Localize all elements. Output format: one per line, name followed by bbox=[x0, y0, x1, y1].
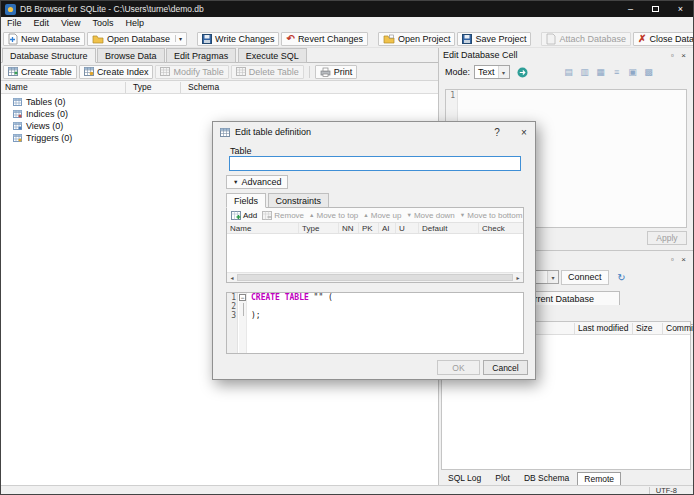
tab-fields[interactable]: Fields bbox=[226, 193, 266, 208]
edit-cell-icon-cluster: ▤ ▥ ▦ ≡ ▣ ▩ bbox=[562, 66, 656, 79]
close-dock-icon[interactable]: × bbox=[678, 255, 689, 264]
print-icon[interactable]: ▦ bbox=[594, 66, 608, 79]
tab-database-structure[interactable]: Database Structure bbox=[2, 48, 96, 63]
maximize-button[interactable] bbox=[643, 1, 668, 17]
import-icon[interactable] bbox=[517, 67, 528, 78]
column-last-modified[interactable]: Last modified bbox=[578, 322, 632, 335]
open-database-button[interactable]: Open Database ▾ bbox=[87, 32, 187, 46]
tab-sql-log[interactable]: SQL Log bbox=[442, 472, 487, 486]
attach-database-icon bbox=[546, 33, 556, 45]
apply-button[interactable]: Apply bbox=[647, 231, 687, 245]
edit-cell-dock-title: Edit Database Cell bbox=[443, 50, 667, 60]
menubar: File Edit View Tools Help bbox=[1, 17, 693, 30]
create-table-button[interactable]: Create Table bbox=[3, 65, 77, 79]
menu-tools[interactable]: Tools bbox=[86, 17, 119, 30]
fields-table-body[interactable] bbox=[227, 234, 523, 272]
scrollbar-thumb[interactable] bbox=[237, 274, 513, 281]
word-wrap-icon[interactable]: ▣ bbox=[626, 66, 640, 79]
scroll-right-icon[interactable]: ▸ bbox=[513, 273, 523, 282]
dialog-close-button[interactable]: × bbox=[513, 122, 535, 142]
views-icon bbox=[13, 122, 22, 130]
minimize-button[interactable]: – bbox=[618, 1, 643, 17]
column-name[interactable]: Name bbox=[227, 223, 299, 233]
menu-edit[interactable]: Edit bbox=[28, 17, 56, 30]
move-down-button[interactable]: ▼ Move down bbox=[406, 211, 454, 220]
move-up-button[interactable]: ▲ Move up bbox=[363, 211, 401, 220]
delete-table-button[interactable]: Delete Table bbox=[231, 65, 304, 79]
column-separator bbox=[125, 82, 126, 93]
delete-table-icon bbox=[236, 67, 246, 76]
column-type[interactable]: Type bbox=[299, 223, 339, 233]
dialog-tab-bar: Fields Constraints bbox=[226, 193, 328, 208]
remove-field-button[interactable]: Remove bbox=[262, 211, 304, 220]
add-icon bbox=[231, 211, 241, 220]
tree-column-schema[interactable]: Schema bbox=[184, 81, 219, 94]
cancel-button[interactable]: Cancel bbox=[483, 360, 528, 375]
copy-icon[interactable]: ≡ bbox=[610, 66, 624, 79]
tab-edit-pragmas[interactable]: Edit Pragmas bbox=[166, 48, 236, 63]
add-field-button[interactable]: Add bbox=[231, 211, 257, 220]
fields-toolbar: Add Remove ▲ Move to top ▲ Move up ▼ Mov… bbox=[227, 208, 523, 222]
column-check[interactable]: Check bbox=[479, 223, 523, 233]
save-project-button[interactable]: Save Project bbox=[457, 32, 531, 46]
column-default[interactable]: Default bbox=[419, 223, 479, 233]
advanced-button[interactable]: ▼ Advanced bbox=[226, 175, 288, 189]
undock-icon[interactable]: ▫ bbox=[667, 255, 678, 264]
menu-view[interactable]: View bbox=[55, 17, 86, 30]
column-nn[interactable]: NN bbox=[339, 223, 359, 233]
move-to-bottom-button[interactable]: ▼ Move to bottom bbox=[460, 211, 523, 220]
tree-column-name[interactable]: Name bbox=[1, 81, 28, 94]
indices-icon bbox=[13, 110, 22, 118]
attach-database-button[interactable]: Attach Database bbox=[541, 32, 631, 46]
revert-changes-button[interactable]: ↶ Revert Changes bbox=[281, 32, 367, 46]
column-size[interactable]: Size bbox=[636, 322, 662, 335]
column-pk[interactable]: PK bbox=[359, 223, 379, 233]
move-to-top-button[interactable]: ▲ Move to top bbox=[309, 211, 358, 220]
move-to-top-icon: ▲ bbox=[309, 212, 314, 218]
close-database-button[interactable]: ✗ Close Database bbox=[633, 32, 694, 46]
undock-icon[interactable]: ▫ bbox=[667, 51, 678, 60]
open-database-dropdown-icon[interactable]: ▾ bbox=[175, 35, 182, 42]
create-index-button[interactable]: Create Index bbox=[79, 65, 154, 79]
mode-select[interactable]: Text ▾ bbox=[474, 65, 510, 79]
connect-button[interactable]: Connect bbox=[561, 270, 609, 285]
close-dock-icon[interactable]: × bbox=[678, 51, 689, 60]
column-commit[interactable]: Commit bbox=[666, 322, 693, 335]
refresh-icon[interactable]: ↻ bbox=[615, 272, 629, 283]
write-changes-button[interactable]: Write Changes bbox=[197, 32, 279, 46]
dialog-title: Edit table definition bbox=[235, 127, 481, 137]
tree-column-type[interactable]: Type bbox=[129, 81, 151, 94]
tree-item-indices[interactable]: Indices (0) bbox=[1, 108, 438, 119]
fold-collapse-icon[interactable]: − bbox=[239, 294, 246, 301]
column-ai[interactable]: AI bbox=[379, 223, 396, 233]
print-button[interactable]: Print bbox=[315, 65, 358, 79]
close-button[interactable]: × bbox=[668, 1, 693, 17]
create-index-icon bbox=[84, 67, 94, 76]
menu-help[interactable]: Help bbox=[119, 17, 150, 30]
scroll-left-icon[interactable]: ◂ bbox=[227, 273, 237, 282]
structure-toolbar: Create Table Create Index Modify Table D… bbox=[1, 63, 438, 80]
tab-execute-sql[interactable]: Execute SQL bbox=[238, 48, 307, 63]
settings-icon[interactable]: ▩ bbox=[642, 66, 656, 79]
null-icon[interactable]: ▥ bbox=[578, 66, 592, 79]
new-database-button[interactable]: New Database bbox=[3, 32, 85, 46]
table-name-input[interactable] bbox=[229, 156, 521, 171]
tab-remote[interactable]: Remote bbox=[577, 472, 621, 486]
encoding-indicator: UTF-8 bbox=[656, 486, 677, 495]
column-u[interactable]: U bbox=[396, 223, 419, 233]
open-project-button[interactable]: Open Project bbox=[378, 32, 456, 46]
tab-db-schema[interactable]: DB Schema bbox=[518, 472, 575, 486]
modify-table-button[interactable]: Modify Table bbox=[155, 65, 228, 79]
horizontal-scrollbar[interactable]: ◂ ▸ bbox=[227, 272, 523, 282]
ok-button[interactable]: OK bbox=[437, 360, 480, 375]
edit-cell-dock-header: Edit Database Cell ▫ × bbox=[439, 48, 693, 62]
export-icon[interactable]: ▤ bbox=[562, 66, 576, 79]
tab-plot[interactable]: Plot bbox=[489, 472, 516, 486]
menu-file[interactable]: File bbox=[1, 17, 28, 30]
dialog-help-button[interactable]: ? bbox=[486, 122, 508, 142]
tree-header: Name Type Schema bbox=[1, 81, 438, 94]
tree-item-tables[interactable]: Tables (0) bbox=[1, 96, 438, 107]
titlebar: DB Browser for SQLite - C:\Users\turne\d… bbox=[1, 1, 693, 17]
tab-constraints[interactable]: Constraints bbox=[268, 193, 330, 208]
tab-browse-data[interactable]: Browse Data bbox=[97, 48, 165, 63]
